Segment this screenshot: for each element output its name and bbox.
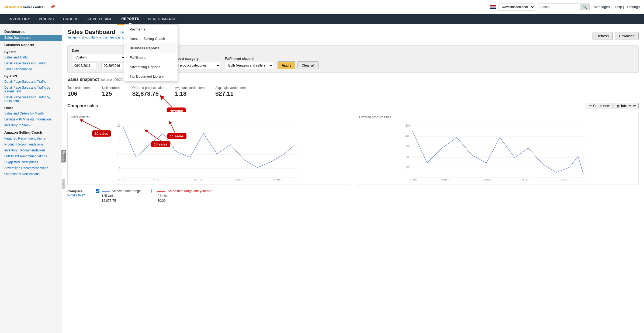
domain-select[interactable]: www.amazon.com (498, 4, 535, 11)
date-type-select[interactable]: Custom (72, 54, 126, 61)
legend-sales-selected: $2,873.75 (102, 199, 141, 203)
product-select[interactable]: All product categories (172, 62, 220, 69)
logo-seller-central: seller central (23, 5, 44, 9)
date-separator: – (98, 64, 100, 68)
reports-tab[interactable]: Reports (61, 150, 66, 162)
sidebar-collapse-tab[interactable]: ‹ (62, 179, 65, 189)
layout: Dashboards Sales Dashboard Business Repo… (0, 24, 644, 333)
sidebar-selling-coach-title: Amazon Selling Coach (0, 128, 62, 136)
logo-amazon: amazon (4, 4, 22, 10)
dropdown-advertising-reports[interactable]: Advertising Reports (124, 62, 178, 72)
dropdown-fulfillment[interactable]: Fulfillment (124, 53, 178, 62)
search-input[interactable] (537, 4, 580, 10)
metric-value-2: $2,873.75 (132, 90, 164, 97)
date-filter-group: Date Custom – (72, 49, 126, 69)
svg-text:300: 300 (406, 145, 410, 148)
date-label: Date (72, 49, 126, 53)
view-buttons: 〰 Graph view ▦ Table view (586, 103, 639, 109)
left-chart-title: Units ordered (71, 115, 347, 119)
metric-avg-units: Avg. units/order item 1.18 (175, 86, 205, 97)
sidebar-item-missing-info[interactable]: Listings with Missing Information (0, 116, 62, 122)
refresh-button[interactable]: Refresh (593, 32, 613, 40)
sidebar-item-sales-dashboard[interactable]: Sales Dashboard (0, 35, 62, 41)
left-chart-svg: 20 15 10 5 9/15/16 9/18/16 9/2 (71, 121, 347, 181)
product-label: Product category (172, 57, 220, 61)
dropdown-tax-library[interactable]: Tax Document Library (124, 72, 178, 81)
sidebar-item-asin-child[interactable]: Detail Page Sales and Traffic by Child I… (0, 94, 62, 104)
sidebar-item-lower-prices[interactable]: Suggested lower prices (0, 159, 62, 165)
feedback-link[interactable]: Tell us what you think of this new dashb… (67, 36, 131, 39)
table-view-button[interactable]: ▦ Table view (614, 103, 639, 109)
snapshot-title: Sales snapshot (67, 77, 99, 82)
sidebar-item-featured[interactable]: Featured Recommendations (0, 136, 62, 141)
compare-label: Compare (67, 189, 85, 193)
sidebar-other: Other (0, 104, 62, 110)
apply-button[interactable]: Apply (278, 61, 295, 69)
sidebar-item-advertising-rec[interactable]: Advertising Recommendations (0, 165, 62, 171)
svg-text:20: 20 (117, 124, 120, 127)
top-bar: amazon seller central 📌 www.amazon.com 🔍… (0, 0, 644, 14)
dropdown-selling-coach[interactable]: Amazon Selling Coach (124, 34, 178, 43)
legend-label-selected: Selected date range (112, 189, 141, 193)
sidebar-item-sales-traffic[interactable]: Sales and Traffic (0, 54, 62, 60)
clear-all-button[interactable]: Clear all (297, 61, 318, 69)
legend-item-year-ago: Same date range one year ago (151, 189, 212, 193)
snapshot-metrics: Total order items 106 Units ordered 125 … (67, 86, 639, 97)
date-from-input[interactable] (72, 62, 96, 69)
left-chart-container: Units ordered 20 15 10 5 (67, 112, 350, 185)
sidebar-item-operational[interactable]: Operational Notifications (0, 171, 62, 177)
pin-icon: 📌 (50, 4, 55, 9)
nav-orders[interactable]: ORDERS (58, 14, 83, 24)
whats-this-link[interactable]: What's this? (67, 193, 85, 197)
table-icon: ▦ (617, 104, 619, 108)
sidebar-item-seller-perf[interactable]: Seller Performance (0, 66, 62, 72)
metric-label-4: Avg. sales/order item (215, 86, 246, 90)
metric-units-ordered: Units ordered 125 (102, 86, 122, 97)
svg-text:10: 10 (117, 152, 120, 156)
metric-value-4: $27.11 (215, 90, 246, 97)
dropdown-business-reports[interactable]: Business Reports (124, 43, 178, 53)
filter-actions: Apply Clear all (278, 61, 318, 69)
nav-performance[interactable]: PERFORMANCE (144, 14, 181, 24)
svg-text:9/18/16: 9/18/16 (441, 179, 451, 181)
sidebar-item-inventory-rec[interactable]: Inventory Recommendations (0, 147, 62, 153)
nav-reports[interactable]: REPORTS (117, 14, 143, 25)
messages-link[interactable]: Messages (594, 5, 610, 9)
nav-inventory[interactable]: INVENTORY (4, 14, 34, 24)
fulfillment-filter-group: Fulfillment channel Both (Amazon and sel… (225, 57, 273, 69)
sidebar-item-inventory[interactable]: Inventory In Stock (0, 122, 62, 128)
help-link[interactable]: Help (615, 5, 622, 9)
sidebar-item-sales-orders[interactable]: Sales and Orders by Month (0, 110, 62, 116)
search-button[interactable]: 🔍 (580, 4, 589, 10)
sidebar-item-asin-parent[interactable]: Detail Page Sales and Traffic by Parent … (0, 85, 62, 94)
date-to-input[interactable] (101, 62, 126, 69)
svg-text:9/24/16: 9/24/16 (234, 179, 243, 181)
charts-area: Units ordered 20 15 10 5 (67, 112, 639, 185)
metric-total-order-items: Total order items 106 (67, 86, 91, 97)
right-chart-container: Ordered product sales 500 400 300 200 10… (356, 112, 639, 185)
date-range: – (72, 62, 126, 69)
svg-text:9/21/16: 9/21/16 (482, 179, 491, 181)
sidebar-item-fulfillment-rec[interactable]: Fulfillment Recommendations (0, 153, 62, 159)
legend-left: Selected date range 125 Units $2,873.75 (96, 189, 141, 203)
legend-checkbox-year-ago[interactable] (151, 189, 155, 193)
header-buttons: Refresh Download (593, 32, 639, 40)
fulfillment-select[interactable]: Both (Amazon and seller) (225, 62, 273, 69)
sidebar-item-detail-page-sales[interactable]: Detail Page Sales and Traffic (0, 60, 62, 66)
sidebar-item-product-rec[interactable]: Product Recommendations (0, 141, 62, 147)
legend-checkbox-selected[interactable] (96, 189, 99, 193)
sidebar-item-asin-detail[interactable]: Detail Page Sales and Traffic (0, 79, 62, 85)
compare-title: Compare sales (67, 103, 98, 108)
download-button[interactable]: Download (615, 32, 639, 40)
graph-view-button[interactable]: 〰 Graph view (586, 103, 612, 109)
legend-label-year-ago: Same date range one year ago (168, 189, 212, 193)
svg-text:200: 200 (406, 155, 410, 158)
svg-text:5: 5 (119, 167, 120, 170)
metric-label-2: Ordered product sales (132, 86, 164, 90)
sidebar-by-asin: By ASIN (0, 72, 62, 79)
settings-link[interactable]: Settings (627, 5, 640, 9)
nav-pricing[interactable]: PRICING (34, 14, 59, 24)
nav-advertising[interactable]: ADVERTISING (83, 14, 117, 24)
dropdown-payments[interactable]: Payments (124, 25, 178, 34)
svg-text:9/27/16: 9/27/16 (272, 179, 281, 181)
